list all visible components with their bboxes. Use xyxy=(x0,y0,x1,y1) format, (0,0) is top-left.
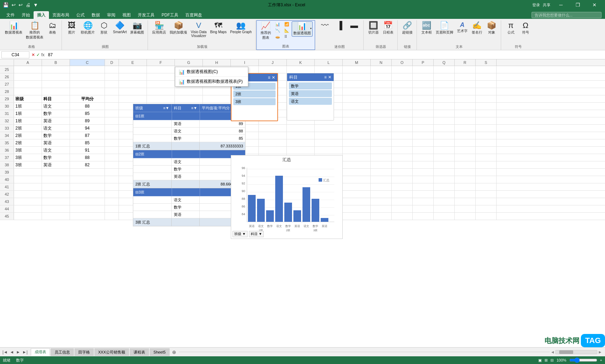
view-preview-btn[interactable]: ⊟ xyxy=(550,358,554,363)
cell-31-M[interactable] xyxy=(343,110,371,117)
cell-34-M[interactable] xyxy=(343,132,371,139)
cell-35-J[interactable] xyxy=(259,139,287,146)
cell-44-S[interactable] xyxy=(476,205,497,212)
bar-chart-btn[interactable]: 📊 xyxy=(273,21,282,27)
col-header-S[interactable]: S xyxy=(476,59,497,66)
cell-37-A[interactable]: 3班 xyxy=(14,154,42,161)
cell-42-P[interactable] xyxy=(413,191,434,198)
cell-28-Q[interactable] xyxy=(434,88,455,95)
cell-25-P[interactable] xyxy=(413,66,434,73)
slicer-subject-item-chinese[interactable]: 语文 xyxy=(289,98,332,105)
recommended-chart-btn[interactable]: 📈 推荐的图表 xyxy=(259,21,273,41)
cell-31-B[interactable]: 数学 xyxy=(42,110,70,117)
cell-28-M[interactable] xyxy=(343,88,371,95)
cell-36-R[interactable] xyxy=(455,147,476,154)
pivot-chart-btn[interactable]: 📊 数据透视图 ▾ xyxy=(292,21,313,37)
cell-30-M[interactable] xyxy=(343,103,371,110)
cell-35-L[interactable] xyxy=(315,139,343,146)
cell-28-F[interactable] xyxy=(147,88,175,95)
cell-26-E[interactable] xyxy=(119,73,147,80)
cell-32-O[interactable] xyxy=(392,117,413,124)
minimize-btn[interactable]: ─ xyxy=(553,0,569,10)
dropdown-item-2[interactable]: 📊 数据透视视图和数据透视表(P) xyxy=(175,77,248,86)
col-header-R[interactable]: R xyxy=(455,59,476,66)
cell-33-A[interactable]: 2班 xyxy=(14,125,42,132)
cell-39-B[interactable] xyxy=(42,169,70,176)
cell-30-Q[interactable] xyxy=(434,103,455,110)
cell-36-M[interactable] xyxy=(343,147,371,154)
cell-39-A[interactable] xyxy=(14,169,42,176)
zoom-plus-btn[interactable]: + xyxy=(600,358,602,362)
cell-43-N[interactable] xyxy=(371,198,392,205)
cell-45-N[interactable] xyxy=(371,213,392,220)
cell-38-A[interactable]: 3班 xyxy=(14,161,42,168)
cell-39-M[interactable] xyxy=(343,169,371,176)
cell-45-C[interactable] xyxy=(70,213,105,220)
cell-29-A[interactable]: 班级 xyxy=(14,95,42,102)
cell-27-O[interactable] xyxy=(392,81,413,88)
col-header-J[interactable]: J xyxy=(259,59,287,66)
cell-36-C[interactable]: 91 xyxy=(70,147,105,154)
tab-formula[interactable]: 公式 xyxy=(73,11,88,19)
cell-37-O[interactable] xyxy=(392,154,413,161)
equation-btn[interactable]: π 公式 xyxy=(504,21,518,36)
cell-28-C[interactable] xyxy=(70,88,105,95)
cell-38-C[interactable]: 82 xyxy=(70,161,105,168)
cell-33-K[interactable] xyxy=(287,125,315,132)
cell-25-Q[interactable] xyxy=(434,66,455,73)
cell-42-M[interactable] xyxy=(343,191,371,198)
cell-29-S[interactable] xyxy=(476,95,497,102)
recommended-pivot-btn[interactable]: 📋 推荐的数据透视表 xyxy=(24,21,45,41)
col-header-F[interactable]: F xyxy=(147,59,175,66)
cell-44-C[interactable] xyxy=(70,205,105,212)
cell-28-B[interactable] xyxy=(42,88,70,95)
appstore-btn[interactable]: 🏪 应用商店 xyxy=(151,21,168,36)
cell-29-G[interactable] xyxy=(175,95,203,102)
cell-43-D[interactable] xyxy=(105,198,119,205)
cell-28-P[interactable] xyxy=(413,88,434,95)
cell-28-E[interactable] xyxy=(119,88,147,95)
cell-30-A[interactable]: 1班 xyxy=(14,103,42,110)
cell-33-Q[interactable] xyxy=(434,125,455,132)
column-sparkline-btn[interactable]: ▐ xyxy=(333,21,347,31)
cell-39-S[interactable] xyxy=(476,169,497,176)
cancel-formula-icon[interactable]: ✕ xyxy=(31,52,35,57)
tab-pdf[interactable]: PDF工具 xyxy=(158,11,182,19)
cell-37-S[interactable] xyxy=(476,154,497,161)
cell-42-O[interactable] xyxy=(392,191,413,198)
cell-41-P[interactable] xyxy=(413,183,434,190)
formula-input[interactable] xyxy=(47,52,604,57)
area-chart-btn[interactable]: 📐 xyxy=(283,28,291,34)
cell-42-B[interactable] xyxy=(42,191,70,198)
cell-43-A[interactable] xyxy=(14,198,42,205)
cell-37-Q[interactable] xyxy=(434,154,455,161)
cell-29-O[interactable] xyxy=(392,95,413,102)
tab-baidu[interactable]: 百度网盘 xyxy=(182,11,206,19)
cell-28-N[interactable] xyxy=(371,88,392,95)
cell-45-D[interactable] xyxy=(105,213,119,220)
cell-38-O[interactable] xyxy=(392,161,413,168)
cell-33-N[interactable] xyxy=(371,125,392,132)
cell-33-J[interactable] xyxy=(259,125,287,132)
winloss-sparkline-btn[interactable]: ▬ xyxy=(347,21,361,31)
slicer-clear-icon[interactable]: ✕ xyxy=(272,75,275,80)
sheet-tab-grades[interactable]: 成绩表 xyxy=(31,348,50,356)
cell-33-D[interactable] xyxy=(105,125,119,132)
cell-45-O[interactable] xyxy=(392,213,413,220)
cell-35-S[interactable] xyxy=(476,139,497,146)
cell-38-Q[interactable] xyxy=(434,161,455,168)
cell-37-R[interactable] xyxy=(455,154,476,161)
cell-32-B[interactable]: 英语 xyxy=(42,117,70,124)
cell-34-S[interactable] xyxy=(476,132,497,139)
login-btn[interactable]: 登录 xyxy=(532,2,540,8)
tab-file[interactable]: 文件 xyxy=(3,11,18,19)
col-header-K[interactable]: K xyxy=(287,59,315,66)
cell-38-M[interactable] xyxy=(343,161,371,168)
cell-26-O[interactable] xyxy=(392,73,413,80)
cell-40-S[interactable] xyxy=(476,176,497,183)
cell-29-H[interactable] xyxy=(203,95,231,102)
cell-25-K[interactable] xyxy=(287,66,315,73)
cell-42-Q[interactable] xyxy=(434,191,455,198)
cell-27-S[interactable] xyxy=(476,81,497,88)
cell-40-Q[interactable] xyxy=(434,176,455,183)
